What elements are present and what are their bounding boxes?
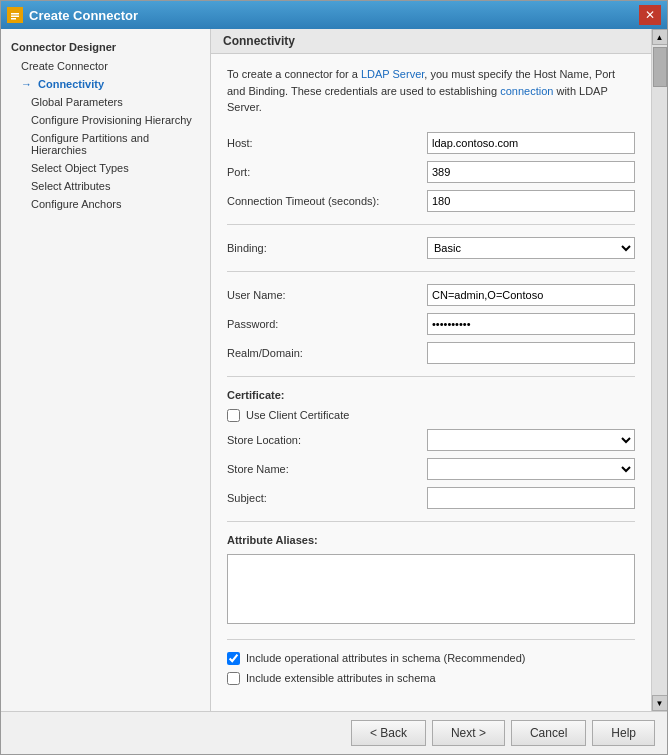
certificate-label: Certificate: [227, 389, 635, 401]
main-area: Connectivity To create a connector for a… [211, 29, 667, 711]
main-window: Create Connector ✕ Connector Designer Cr… [0, 0, 668, 755]
separator-4 [227, 521, 635, 522]
ldap-link: LDAP Server [361, 68, 424, 80]
sidebar-item-configure-anchors[interactable]: Configure Anchors [1, 195, 210, 213]
scroll-down-button[interactable]: ▼ [652, 695, 668, 711]
sidebar-item-label-configure-partitions-and-hierarchies: Configure Partitions and Hierarchies [31, 132, 200, 156]
port-row: Port: [227, 161, 635, 183]
connection-timeout-label: Connection Timeout (seconds): [227, 195, 427, 207]
description-text: To create a connector for a LDAP Server,… [227, 66, 635, 116]
host-row: Host: [227, 132, 635, 154]
binding-label: Binding: [227, 242, 427, 254]
sidebar: Connector Designer Create Connector Conn… [1, 29, 211, 711]
separator-2 [227, 271, 635, 272]
scroll-up-button[interactable]: ▲ [652, 29, 668, 45]
separator-5 [227, 639, 635, 640]
help-button[interactable]: Help [592, 720, 655, 746]
port-label: Port: [227, 166, 427, 178]
username-label: User Name: [227, 289, 427, 301]
include-operational-checkbox[interactable] [227, 652, 240, 665]
port-input[interactable] [427, 161, 635, 183]
connection-timeout-row: Connection Timeout (seconds): [227, 190, 635, 212]
include-extensible-checkbox[interactable] [227, 672, 240, 685]
subject-row: Subject: [227, 487, 635, 509]
sidebar-item-label-create-connector: Create Connector [21, 60, 108, 72]
window-body: Connector Designer Create Connector Conn… [1, 29, 667, 711]
scroll-thumb[interactable] [653, 47, 667, 87]
sidebar-item-label-select-attributes: Select Attributes [31, 180, 111, 192]
main-content: Connectivity To create a connector for a… [211, 29, 651, 711]
sidebar-item-select-object-types[interactable]: Select Object Types [1, 159, 210, 177]
sidebar-item-create-connector[interactable]: Create Connector [1, 57, 210, 75]
include-operational-label: Include operational attributes in schema… [246, 652, 525, 664]
binding-select[interactable]: Basic Anonymous SSL Kerberos [427, 237, 635, 259]
store-name-row: Store Name: [227, 458, 635, 480]
subject-label: Subject: [227, 492, 427, 504]
title-bar: Create Connector ✕ [1, 1, 667, 29]
sidebar-item-connectivity[interactable]: Connectivity [1, 75, 210, 93]
svg-rect-3 [11, 18, 16, 20]
attribute-aliases-textarea[interactable] [227, 554, 635, 624]
close-button[interactable]: ✕ [639, 5, 661, 25]
include-operational-row: Include operational attributes in schema… [227, 652, 635, 665]
use-client-cert-row: Use Client Certificate [227, 409, 635, 422]
svg-rect-2 [11, 16, 19, 18]
connection-timeout-input[interactable] [427, 190, 635, 212]
use-client-cert-label: Use Client Certificate [246, 409, 349, 421]
store-location-label: Store Location: [227, 434, 427, 446]
separator-1 [227, 224, 635, 225]
password-row: Password: [227, 313, 635, 335]
store-location-row: Store Location: [227, 429, 635, 451]
sidebar-item-label-connectivity: Connectivity [38, 78, 104, 90]
binding-row: Binding: Basic Anonymous SSL Kerberos [227, 237, 635, 259]
svg-rect-1 [11, 13, 19, 15]
title-bar-left: Create Connector [7, 7, 138, 23]
realm-input[interactable] [427, 342, 635, 364]
realm-label: Realm/Domain: [227, 347, 427, 359]
password-input[interactable] [427, 313, 635, 335]
use-client-cert-checkbox[interactable] [227, 409, 240, 422]
vertical-scrollbar[interactable]: ▲ ▼ [651, 29, 667, 711]
sidebar-section-header: Connector Designer [1, 37, 210, 57]
footer: < Back Next > Cancel Help [1, 711, 667, 754]
store-location-select[interactable] [427, 429, 635, 451]
sidebar-item-select-attributes[interactable]: Select Attributes [1, 177, 210, 195]
realm-row: Realm/Domain: [227, 342, 635, 364]
subject-input[interactable] [427, 487, 635, 509]
store-name-select[interactable] [427, 458, 635, 480]
main-header: Connectivity [211, 29, 651, 54]
host-label: Host: [227, 137, 427, 149]
next-button[interactable]: Next > [432, 720, 505, 746]
main-scroll: To create a connector for a LDAP Server,… [211, 54, 651, 711]
host-input[interactable] [427, 132, 635, 154]
back-button[interactable]: < Back [351, 720, 426, 746]
store-name-label: Store Name: [227, 463, 427, 475]
connection-link: connection [500, 85, 553, 97]
sidebar-item-label-select-object-types: Select Object Types [31, 162, 129, 174]
password-label: Password: [227, 318, 427, 330]
window-icon [7, 7, 23, 23]
sidebar-item-global-parameters[interactable]: Global Parameters [1, 93, 210, 111]
sidebar-item-configure-partitions-and-hierarchies[interactable]: Configure Partitions and Hierarchies [1, 129, 210, 159]
sidebar-item-label-configure-provisioning-hierarchy: Configure Provisioning Hierarchy [31, 114, 192, 126]
sidebar-item-configure-provisioning-hierarchy[interactable]: Configure Provisioning Hierarchy [1, 111, 210, 129]
cancel-button[interactable]: Cancel [511, 720, 586, 746]
sidebar-item-label-configure-anchors: Configure Anchors [31, 198, 122, 210]
attribute-aliases-label: Attribute Aliases: [227, 534, 635, 546]
include-extensible-row: Include extensible attributes in schema [227, 672, 635, 685]
username-row: User Name: [227, 284, 635, 306]
include-extensible-label: Include extensible attributes in schema [246, 672, 436, 684]
window-title: Create Connector [29, 8, 138, 23]
separator-3 [227, 376, 635, 377]
username-input[interactable] [427, 284, 635, 306]
sidebar-item-label-global-parameters: Global Parameters [31, 96, 123, 108]
